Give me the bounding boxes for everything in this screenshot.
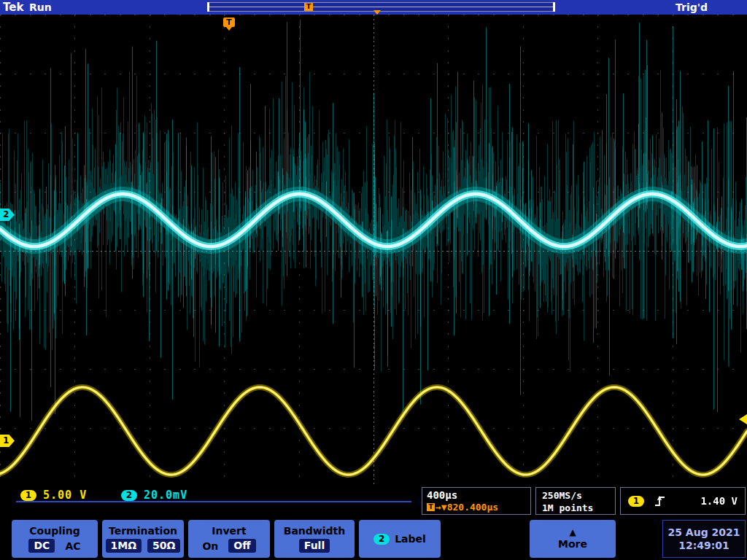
date-value: 25 Aug 2021	[667, 526, 740, 539]
trigger-readout: 1 1.40 V	[620, 487, 746, 515]
trigger-level-value: 1.40 V	[700, 495, 738, 507]
ch2-scale-readout: 2 20.0mV	[121, 489, 187, 502]
top-bar: Tek Run T Trig'd	[0, 0, 747, 15]
coupling-title: Coupling	[29, 525, 80, 537]
ch1-scale-readout: 1 5.00 V	[20, 489, 87, 502]
coupling-button[interactable]: Coupling DC AC	[12, 520, 98, 558]
record-view-left-bracket	[207, 2, 209, 12]
label-button[interactable]: 2 Label	[359, 520, 441, 558]
more-button[interactable]: ▲ More	[530, 520, 616, 558]
bandwidth-button[interactable]: Bandwidth Full	[274, 520, 355, 558]
bandwidth-value[interactable]: Full	[299, 539, 330, 553]
trigger-level-arrow-icon[interactable]	[739, 414, 747, 424]
trigger-position-icon[interactable]: T	[304, 3, 313, 11]
ch2-scale-value: 20.0mV	[144, 489, 187, 502]
ch2-badge: 2	[121, 490, 137, 501]
termination-title: Termination	[109, 525, 177, 537]
record-length-value: 1M points	[542, 502, 609, 514]
record-view-right-bracket	[553, 2, 555, 12]
time-value: 12:49:01	[678, 539, 729, 552]
tek-logo: Tek	[3, 1, 23, 14]
record-view-bar: T	[207, 2, 555, 12]
timebase-value: 400µs	[427, 489, 526, 501]
waveform-display	[0, 15, 747, 487]
ch1-scale-value: 5.00 V	[43, 489, 87, 502]
sample-rate-value: 250MS/s	[542, 489, 609, 502]
delay-arrows-icon: →▼	[436, 502, 447, 513]
up-triangle-icon: ▲	[569, 529, 576, 536]
more-title: More	[558, 538, 587, 550]
trigger-t-icon[interactable]: T	[223, 18, 235, 27]
invert-option-off[interactable]: Off	[228, 539, 255, 553]
invert-title: Invert	[212, 525, 246, 537]
graticule: T 2 1	[0, 15, 747, 487]
soft-menu: Coupling DC AC Termination 1MΩ 50Ω Inver…	[0, 518, 747, 560]
record-view-line	[209, 7, 553, 7]
oscilloscope-screen: Tek Run T Trig'd T 2 1 1 5.00 V 2 20.0mV	[0, 0, 747, 560]
timebase-readout: 400µs T →▼ 820.400µs	[422, 487, 531, 515]
invert-option-on[interactable]: On	[202, 540, 218, 552]
acquisition-status: Run	[29, 1, 52, 13]
coupling-option-dc[interactable]: DC	[28, 539, 55, 553]
rising-edge-icon	[654, 494, 666, 508]
invert-button[interactable]: Invert On Off	[188, 520, 270, 558]
termination-option-1mohm[interactable]: 1MΩ	[106, 539, 142, 553]
label-channel-badge: 2	[374, 534, 390, 545]
datetime-display: 25 Aug 2021 12:49:01	[662, 520, 746, 558]
delay-value: 820.400µs	[447, 502, 498, 513]
readout-bar: 1 5.00 V 2 20.0mV 400µs T →▼ 820.400µs 2…	[0, 487, 747, 518]
label-title: Label	[395, 533, 426, 545]
acquisition-readout: 250MS/s 1M points	[535, 487, 616, 515]
coupling-option-ac[interactable]: AC	[65, 540, 80, 552]
termination-button[interactable]: Termination 1MΩ 50Ω	[102, 520, 184, 558]
delay-t-icon: T	[427, 503, 435, 511]
trigger-t-pointer-icon	[226, 27, 232, 31]
termination-option-50ohm[interactable]: 50Ω	[147, 539, 180, 553]
ch1-badge: 1	[20, 490, 36, 501]
delay-readout: T →▼ 820.400µs	[427, 502, 526, 513]
trigger-status: Trig'd	[676, 1, 708, 13]
bandwidth-title: Bandwidth	[284, 525, 346, 537]
trigger-source-badge: 1	[628, 496, 644, 507]
